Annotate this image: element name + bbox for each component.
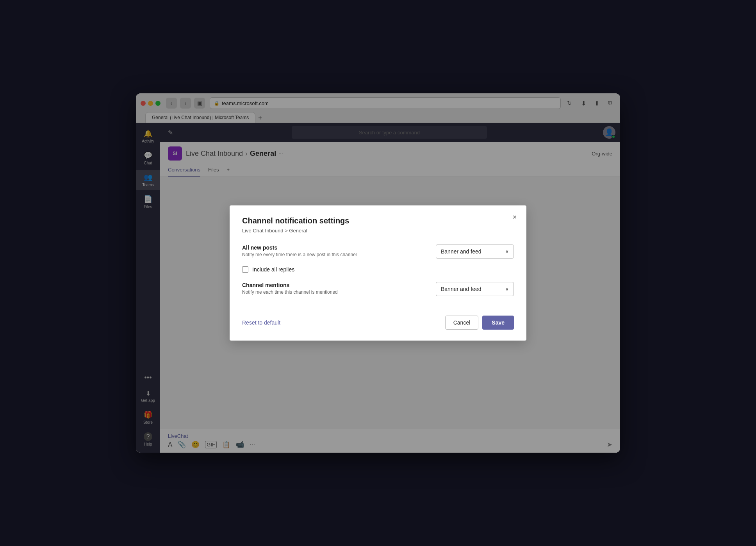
app-layout: ✎ 👤 SI	[160, 123, 620, 453]
all-new-posts-dropdown[interactable]: Banner and feed ∨	[436, 244, 514, 259]
modal-footer: Reset to default Cancel Save	[242, 316, 514, 330]
all-new-posts-description: Notify me every time there is a new post…	[242, 252, 357, 257]
modal-title: Channel notification settings	[242, 216, 514, 225]
include-replies-checkbox[interactable]	[242, 266, 248, 273]
save-button[interactable]: Save	[482, 316, 514, 330]
channel-mentions-description: Notify me each time this channel is ment…	[242, 289, 338, 295]
channel-mentions-chevron: ∨	[505, 286, 509, 292]
include-replies-label: Include all replies	[252, 266, 294, 273]
modal-close-button[interactable]: ×	[509, 212, 520, 223]
modal-footer-actions: Cancel Save	[445, 316, 514, 330]
channel-mentions-row: Channel mentions Notify me each time thi…	[242, 282, 514, 296]
all-new-posts-heading: All new posts	[242, 244, 357, 251]
notification-settings-modal: Channel notification settings Live Chat …	[230, 205, 526, 341]
modal-subtitle: Live Chat Inbound > General	[242, 228, 514, 234]
all-new-posts-row: All new posts Notify me every time there…	[242, 244, 514, 259]
all-new-posts-label: All new posts Notify me every time there…	[242, 244, 357, 257]
channel-mentions-dropdown[interactable]: Banner and feed ∨	[436, 282, 514, 296]
all-new-posts-value: Banner and feed	[441, 248, 481, 255]
channel-mentions-heading: Channel mentions	[242, 282, 338, 288]
channel-mentions-label: Channel mentions Notify me each time thi…	[242, 282, 338, 295]
modal-overlay: Channel notification settings Live Chat …	[160, 123, 620, 453]
reset-to-default-button[interactable]: Reset to default	[242, 319, 280, 326]
all-new-posts-chevron: ∨	[505, 249, 509, 254]
include-replies-row: Include all replies	[242, 266, 514, 273]
cancel-button[interactable]: Cancel	[445, 316, 479, 330]
channel-mentions-value: Banner and feed	[441, 286, 481, 292]
